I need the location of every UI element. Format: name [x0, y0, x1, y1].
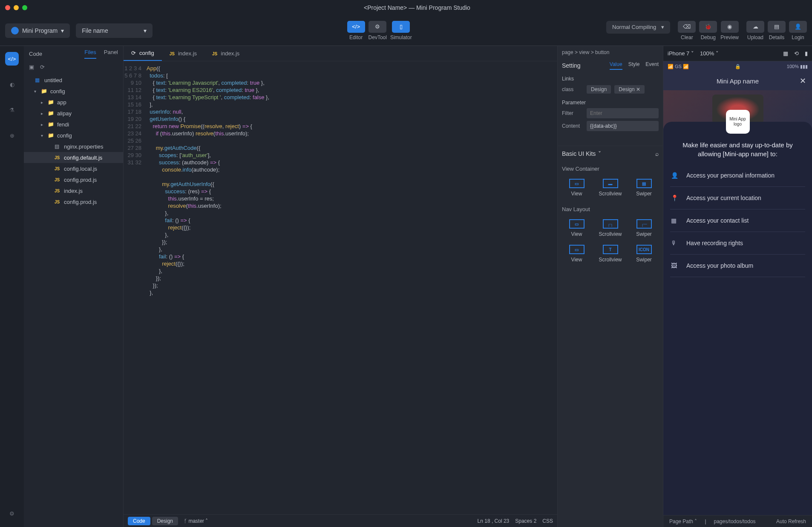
git-branch[interactable]: ᚶ master ˄ [184, 518, 208, 524]
minimize-icon[interactable] [14, 5, 19, 10]
tab-style[interactable]: Style [628, 61, 640, 70]
kit-item[interactable]: ┌┐Scrollview [595, 217, 626, 240]
cloud-upload-icon: ☁ [746, 21, 764, 33]
tree-item[interactable]: JSconfig.local.js [24, 163, 123, 174]
tab-panel[interactable]: Panel [104, 49, 118, 59]
view-mode-toggle[interactable]: Code Design [128, 517, 178, 525]
mini-program-icon [11, 27, 19, 34]
battery-status: 100% ▮▮▮ [787, 64, 808, 69]
permission-prompt: Make life easier and stay up-to-date by … [670, 139, 805, 164]
permission-item[interactable]: 🎙Have recording rights [670, 232, 805, 255]
file-dropdown[interactable]: File name ▾ [76, 23, 153, 38]
device-selector[interactable]: iPhone 7 ˅ [668, 50, 694, 57]
user-icon: 👤 [789, 21, 807, 33]
editor-tab[interactable]: ⟳config [124, 46, 162, 61]
permission-item[interactable]: 👤Access your personal information [670, 164, 805, 187]
devtool-tab[interactable]: ⚙ DevTool [369, 21, 387, 40]
kits-heading: Basic UI Kits [562, 150, 596, 157]
tree-item[interactable]: ▦untitled [24, 74, 123, 86]
language-mode[interactable]: CSS [542, 518, 553, 524]
setting-heading: Setting [562, 62, 581, 69]
rail-test[interactable]: ⚗ [5, 103, 19, 117]
rail-extensions[interactable]: ⊕ [5, 129, 19, 142]
window-controls[interactable] [5, 5, 27, 10]
class-chip[interactable]: Design [587, 85, 611, 94]
signal-status: 📶 GS 📶 [668, 64, 689, 69]
project-dropdown[interactable]: Mini Program ▾ [5, 23, 70, 38]
tree-item[interactable]: ▸📁app [24, 97, 123, 108]
details-button[interactable]: ▤ Details [768, 21, 786, 40]
filter-input[interactable] [587, 108, 659, 118]
editor-tab[interactable]: </> Editor [347, 21, 365, 40]
debug-button[interactable]: 🐞 Debug [699, 21, 717, 40]
mini-app-logo: Mini App logo [726, 110, 750, 134]
content-input[interactable] [587, 121, 659, 131]
permission-item[interactable]: 🖼Access your photo album [670, 255, 805, 277]
lock-icon: 🔒 [735, 64, 741, 69]
tree-item[interactable]: JSindex.js [24, 185, 123, 196]
parameter-heading: Parameter [562, 100, 659, 106]
clear-button[interactable]: ⌫ Clear [678, 21, 696, 40]
indent-setting[interactable]: Spaces 2 [515, 518, 536, 524]
document-icon: ▤ [768, 21, 786, 33]
sidebar-title: Code [29, 51, 42, 57]
kit-item[interactable]: ▭View [561, 217, 592, 240]
refresh-icon[interactable]: ⟳ [40, 64, 45, 70]
tree-item[interactable]: JSconfig.prod.js [24, 174, 123, 185]
file-tree: ▦untitled▾📁config▸📁app▸📁alipay▸📁fendi▾📁c… [24, 73, 123, 527]
kit-item[interactable]: ▤Swiper [628, 176, 659, 199]
kit-item[interactable]: ICONSwiper [628, 242, 659, 265]
page-path-value: pages/todos/todos [714, 518, 756, 524]
zoom-selector[interactable]: 100% ˅ [700, 50, 719, 57]
class-chip[interactable]: Design ✕ [614, 85, 645, 94]
compile-mode-dropdown[interactable]: Normal Compiling ▾ [606, 21, 670, 34]
tree-item[interactable]: ▤nginx.properties [24, 141, 123, 152]
close-icon[interactable] [5, 5, 10, 10]
tree-item[interactable]: ▸📁fendi [24, 119, 123, 130]
simulator-tab[interactable]: ▯ Simulator [390, 21, 412, 40]
breadcrumb[interactable]: page > view > button [558, 46, 663, 59]
kit-item[interactable]: ▬Scrollview [595, 176, 626, 199]
grid-icon[interactable]: ▦ [783, 50, 788, 57]
editor-tab[interactable]: JSindex.js [162, 46, 204, 61]
preview-button[interactable]: ◉ Preview [720, 21, 739, 40]
auto-refresh-toggle[interactable]: Auto Refresh [776, 518, 806, 524]
permission-item[interactable]: 📍Access your current location [670, 187, 805, 209]
tree-item[interactable]: ▸📁alipay [24, 108, 123, 119]
collapse-icon[interactable]: ▣ [29, 64, 34, 70]
rotate-icon[interactable]: ⟲ [794, 50, 799, 57]
rail-search[interactable]: ◐ [5, 77, 19, 91]
links-heading: Links [562, 76, 659, 82]
code-icon: </> [347, 21, 365, 33]
tree-item[interactable]: ▾📁config [24, 86, 123, 97]
phone-icon: ▯ [392, 21, 410, 33]
editor-tab[interactable]: JSindex.js [204, 46, 247, 61]
cursor-position[interactable]: Ln 18 , Col 23 [478, 518, 510, 524]
tab-value[interactable]: Value [610, 61, 622, 70]
bug-icon: 🐞 [699, 21, 717, 33]
search-icon[interactable]: ⌕ [655, 150, 659, 157]
tab-event[interactable]: Event [645, 61, 659, 70]
close-icon[interactable]: ✕ [800, 76, 806, 86]
collapse-sim-icon[interactable]: ▮ [805, 50, 808, 57]
upload-button[interactable]: ☁ Upload [746, 21, 764, 40]
kit-item[interactable]: ▭View [561, 176, 592, 199]
kit-item[interactable]: TScrollview [595, 242, 626, 265]
permission-item[interactable]: ▦Access your contact list [670, 209, 805, 232]
kit-item[interactable]: ▭View [561, 242, 592, 265]
tree-item[interactable]: JSconfig.prod.js [24, 196, 123, 207]
eye-icon: ◉ [721, 21, 739, 33]
chevron-down-icon[interactable]: ˅ [598, 150, 601, 157]
rail-code[interactable]: </> [5, 52, 19, 66]
page-path-label[interactable]: Page Path ˄ [669, 518, 697, 524]
kit-item[interactable]: ┌─Swiper [628, 217, 659, 240]
window-title: <Project Name> — Mini Program Studio [27, 4, 807, 11]
maximize-icon[interactable] [22, 5, 27, 10]
tree-item[interactable]: ▾📁config [24, 130, 123, 141]
tree-item[interactable]: JSconfig.default.js [24, 152, 123, 163]
tab-files[interactable]: Files [84, 49, 96, 59]
chevron-down-icon: ▾ [61, 27, 64, 34]
login-button[interactable]: 👤 Login [789, 21, 807, 40]
project-label: Mini Program [22, 27, 58, 34]
rail-settings[interactable]: ⚙ [5, 507, 19, 520]
